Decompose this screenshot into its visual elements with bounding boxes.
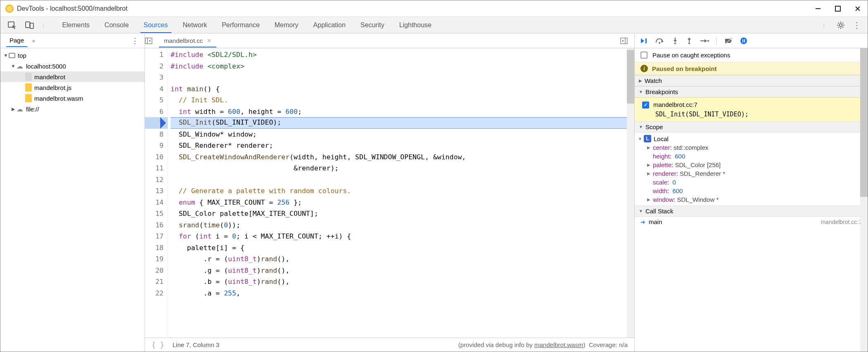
watch-section[interactable]: ▶Watch <box>635 75 868 86</box>
tree-host[interactable]: ▼☁localhost:5000 <box>0 61 145 71</box>
editor-tab[interactable]: mandelbrot.cc ✕ <box>159 34 216 47</box>
resume-button[interactable] <box>640 38 648 44</box>
line-number[interactable]: 6 <box>145 106 168 118</box>
line-number[interactable]: 9 <box>145 140 168 151</box>
step-over-button[interactable] <box>655 38 664 44</box>
tree-top-frame[interactable]: ▼top <box>0 50 145 61</box>
inspect-element-icon[interactable] <box>4 21 21 29</box>
editor-scrollbar[interactable] <box>627 48 634 338</box>
scope-section[interactable]: ▼Scope <box>635 121 868 132</box>
tab-console[interactable]: Console <box>97 18 136 32</box>
page-tab[interactable]: Page <box>6 34 27 47</box>
tree-file-scheme[interactable]: ▶☁file:// <box>0 104 145 114</box>
line-number[interactable]: 1 <box>145 49 168 61</box>
tab-performance[interactable]: Performance <box>214 18 267 32</box>
window-close-button[interactable] <box>854 5 862 13</box>
close-tab-icon[interactable]: ✕ <box>207 38 211 44</box>
code-line[interactable]: int main() { <box>171 83 627 95</box>
code-line[interactable]: int width = 600, height = 600; <box>171 106 627 118</box>
line-number[interactable]: 22 <box>145 288 168 299</box>
line-number[interactable]: 16 <box>145 220 168 231</box>
line-number[interactable]: 7 <box>145 117 168 129</box>
code-line[interactable]: &renderer); <box>171 163 627 174</box>
code-line[interactable]: enum { MAX_ITER_COUNT = 256 }; <box>171 197 627 208</box>
line-number[interactable]: 10 <box>145 151 168 163</box>
tab-sources[interactable]: Sources <box>136 18 175 32</box>
tree-file-mandelbrot[interactable]: mandelbrot <box>0 71 145 82</box>
line-number[interactable]: 12 <box>145 174 168 186</box>
line-number[interactable]: 21 <box>145 276 168 288</box>
code-line[interactable]: #include <complex> <box>171 61 627 72</box>
panel-left-kebab-icon[interactable]: ⋮ <box>131 36 139 45</box>
line-number[interactable]: 14 <box>145 197 168 208</box>
scope-var-window[interactable]: ▶window: SDL_Window * <box>638 195 864 204</box>
code-line[interactable]: #include <SDL2/SDL.h> <box>171 49 627 61</box>
tab-memory[interactable]: Memory <box>267 18 306 32</box>
kebab-menu-icon[interactable]: ⋮ <box>853 20 861 30</box>
code-line[interactable]: // Init SDL. <box>171 94 627 106</box>
scope-var-height[interactable]: height: 600 <box>638 152 864 161</box>
code-line[interactable]: .b = (uint8_t)rand(), <box>171 276 627 288</box>
code-line[interactable]: .r = (uint8_t)rand(), <box>171 253 627 265</box>
line-number[interactable]: 3 <box>145 72 168 83</box>
breakpoints-section[interactable]: ▼Breakpoints <box>635 86 868 97</box>
line-number[interactable]: 18 <box>145 242 168 254</box>
breakpoint-checkbox[interactable]: ✓ <box>642 102 649 109</box>
code-line[interactable]: .a = 255, <box>171 288 627 299</box>
callstack-section[interactable]: ▼Call Stack <box>635 206 868 217</box>
tab-network[interactable]: Network <box>175 18 215 32</box>
deactivate-breakpoints-button[interactable] <box>724 38 733 44</box>
code-line[interactable]: palette[i] = { <box>171 242 627 254</box>
scope-local[interactable]: ▼LLocal <box>638 134 864 143</box>
right-panel-scrollbar[interactable] <box>860 48 868 352</box>
more-tabs-chevron-icon[interactable]: » <box>32 38 35 44</box>
tree-file-mandelbrot-js[interactable]: mandelbrot.js <box>0 82 145 93</box>
window-maximize-button[interactable] <box>834 5 842 13</box>
scope-var-renderer[interactable]: ▶renderer: SDL_Renderer * <box>638 169 864 178</box>
line-number[interactable]: 17 <box>145 231 168 242</box>
pretty-print-icon[interactable]: { } <box>152 341 164 349</box>
step-into-button[interactable] <box>672 37 678 45</box>
provided-link[interactable]: mandelbrot.wasm <box>534 341 583 348</box>
code-line[interactable]: SDL_CreateWindowAndRenderer(width, heigh… <box>171 151 627 163</box>
scope-var-palette[interactable]: ▶palette: SDL_Color [256] <box>638 161 864 169</box>
toggle-navigator-icon[interactable] <box>145 38 159 44</box>
settings-icon[interactable] <box>836 21 845 30</box>
breakpoint-item[interactable]: ✓mandelbrot.cc:7 SDL_Init(SDL_INIT_VIDEO… <box>635 97 868 121</box>
code-line[interactable]: .g = (uint8_t)rand(), <box>171 265 627 276</box>
tab-elements[interactable]: Elements <box>55 18 97 32</box>
pause-on-exceptions-button[interactable] <box>740 37 747 45</box>
line-number[interactable]: 11 <box>145 163 168 174</box>
tab-application[interactable]: Application <box>306 18 353 32</box>
code-line[interactable]: srand(time(0)); <box>171 220 627 231</box>
code-line[interactable]: SDL_Init(SDL_INIT_VIDEO); <box>171 117 627 129</box>
line-number[interactable]: 2 <box>145 61 168 72</box>
step-button[interactable] <box>700 38 709 44</box>
device-toggle-icon[interactable] <box>21 21 38 29</box>
code-line[interactable]: SDL_Window* window; <box>171 129 627 140</box>
scope-var-width[interactable]: width: 600 <box>638 187 864 195</box>
line-number[interactable]: 13 <box>145 185 168 197</box>
code-line[interactable]: SDL_Color palette[MAX_ITER_COUNT]; <box>171 208 627 220</box>
window-minimize-button[interactable] <box>814 5 822 13</box>
tab-lighthouse[interactable]: Lighthouse <box>392 18 439 32</box>
tab-security[interactable]: Security <box>353 18 392 32</box>
line-number[interactable]: 5 <box>145 94 168 106</box>
code-line[interactable]: SDL_Renderer* renderer; <box>171 140 627 151</box>
code-line[interactable]: // Generate a palette with random colour… <box>171 185 627 197</box>
pause-on-caught-row[interactable]: Pause on caught exceptions <box>635 48 868 62</box>
callstack-frame[interactable]: ➔ main mandelbrot.cc:7 <box>635 217 868 227</box>
step-out-button[interactable] <box>686 37 693 45</box>
scope-var-scale[interactable]: scale: 0 <box>638 178 864 187</box>
tree-file-mandelbrot-wasm[interactable]: mandelbrot.wasm <box>0 93 145 104</box>
line-number[interactable]: 4 <box>145 83 168 95</box>
code-line[interactable] <box>171 72 627 83</box>
scope-var-center[interactable]: ▶center: std::complex <box>638 143 864 152</box>
line-number[interactable]: 15 <box>145 208 168 220</box>
code-line[interactable] <box>171 174 627 186</box>
line-number[interactable]: 20 <box>145 265 168 276</box>
code-line[interactable]: for (int i = 0; i < MAX_ITER_COUNT; ++i)… <box>171 231 627 242</box>
toggle-debugger-icon[interactable] <box>620 38 634 44</box>
pause-on-caught-checkbox[interactable] <box>640 52 647 59</box>
line-number[interactable]: 8 <box>145 129 168 140</box>
